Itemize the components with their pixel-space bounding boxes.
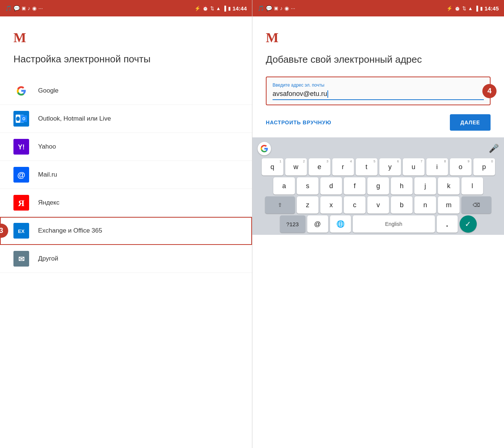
keyboard-top-bar: 🎤 bbox=[254, 140, 503, 158]
text-cursor bbox=[327, 90, 328, 98]
left-gmail-logo: M bbox=[13, 30, 239, 46]
r-music-icon: 🎵 bbox=[258, 5, 264, 11]
key-enter[interactable]: ✓ bbox=[460, 215, 477, 233]
manual-setup-button[interactable]: НАСТРОИТЬ ВРУЧНУЮ bbox=[266, 119, 331, 125]
right-time: 14:45 bbox=[485, 5, 499, 12]
r-signal-icon: ▐ bbox=[475, 6, 478, 11]
left-panel-content: M Настройка электронной почты Google bbox=[0, 16, 252, 448]
key-s[interactable]: s bbox=[297, 177, 318, 195]
email-input-value[interactable]: avsafonov@etu.ru bbox=[273, 90, 484, 100]
more-icon: ··· bbox=[38, 5, 43, 11]
key-l[interactable]: l bbox=[461, 177, 483, 195]
exchange-account-name: Exchange и Office 365 bbox=[38, 227, 102, 234]
google-account-name: Google bbox=[38, 87, 59, 94]
mic-icon[interactable]: 🎤 bbox=[489, 144, 499, 153]
key-u[interactable]: 7u bbox=[403, 158, 424, 175]
key-i[interactable]: 8i bbox=[426, 158, 448, 175]
yahoo-account-item[interactable]: Y! Yahoo bbox=[0, 133, 252, 161]
r-sync-icon: ⇅ bbox=[462, 6, 466, 11]
left-status-icons: 🎵 💬 ▣ ♪ ◉ ··· bbox=[5, 5, 43, 11]
right-phone-panel: 🎵 💬 ▣ ♪ ◉ ··· ⚡ ⏰ ⇅ ▲ ▐ ▮ 14:45 M Добавь… bbox=[252, 0, 504, 448]
r-alarm-icon: ⏰ bbox=[454, 6, 460, 11]
right-status-icons: 🎵 💬 ▣ ♪ ◉ ··· bbox=[258, 5, 295, 11]
gboard-logo bbox=[258, 142, 271, 155]
key-v[interactable]: v bbox=[367, 196, 389, 214]
r-chat-icon: 💬 bbox=[266, 5, 272, 11]
key-c[interactable]: c bbox=[344, 196, 365, 214]
next-button[interactable]: ДАЛЕЕ bbox=[450, 114, 491, 131]
key-z[interactable]: z bbox=[297, 196, 318, 214]
key-e[interactable]: 3e bbox=[309, 158, 330, 175]
left-status-bar: 🎵 💬 ▣ ♪ ◉ ··· ⚡ ⏰ ⇅ ▲ ▐ ▮ 14:44 bbox=[0, 0, 252, 16]
r-chrome-icon: ◉ bbox=[284, 5, 289, 11]
key-globe[interactable]: 🌐 bbox=[330, 215, 351, 233]
google-icon bbox=[13, 83, 29, 99]
r-wifi-icon: ▲ bbox=[468, 6, 473, 11]
key-k[interactable]: k bbox=[438, 177, 460, 195]
key-t[interactable]: 5t bbox=[356, 158, 377, 175]
step-4-badge: 4 bbox=[482, 84, 497, 98]
key-o[interactable]: 9o bbox=[450, 158, 472, 175]
account-list: Google O Outlook, Hotmail или Live bbox=[0, 77, 252, 448]
r-battery-icon: ▮ bbox=[480, 6, 483, 11]
right-panel-content: M Добавьте свой электронный адрес Введит… bbox=[252, 16, 504, 448]
key-p[interactable]: 0p bbox=[473, 158, 495, 175]
right-screen-title: Добавьте свой электронный адрес bbox=[266, 53, 491, 66]
outlook-account-item[interactable]: O Outlook, Hotmail или Live bbox=[0, 105, 252, 133]
right-status-right-icons: ⚡ ⏰ ⇅ ▲ ▐ ▮ 14:45 bbox=[447, 5, 499, 12]
key-space[interactable]: English bbox=[353, 215, 435, 233]
google-account-item[interactable]: Google bbox=[0, 77, 252, 105]
bluetooth-icon: ⚡ bbox=[195, 6, 200, 11]
exchange-account-item[interactable]: 3 EX Exchange и Office 365 bbox=[0, 217, 252, 245]
key-sym[interactable]: ?123 bbox=[280, 215, 305, 233]
key-f[interactable]: f bbox=[344, 177, 365, 195]
right-gmail-logo: M bbox=[266, 30, 491, 46]
key-d[interactable]: d bbox=[320, 177, 342, 195]
key-a[interactable]: a bbox=[273, 177, 295, 195]
key-y[interactable]: 6y bbox=[379, 158, 401, 175]
music-icon: 🎵 bbox=[5, 5, 12, 11]
key-shift[interactable]: ⇧ bbox=[265, 196, 295, 214]
key-b[interactable]: b bbox=[391, 196, 413, 214]
step-3-badge: 3 bbox=[0, 224, 8, 238]
mailru-account-item[interactable]: @ Mail.ru bbox=[0, 161, 252, 189]
svg-text:Я: Я bbox=[18, 198, 24, 208]
battery-icon: ▮ bbox=[228, 6, 231, 11]
right-status-bar: 🎵 💬 ▣ ♪ ◉ ··· ⚡ ⏰ ⇅ ▲ ▐ ▮ 14:45 bbox=[252, 0, 504, 16]
left-time: 14:44 bbox=[233, 5, 247, 12]
key-j[interactable]: j bbox=[414, 177, 436, 195]
key-h[interactable]: h bbox=[391, 177, 413, 195]
yandex-account-name: Яндекс bbox=[38, 199, 59, 206]
outlook-icon: O bbox=[13, 111, 29, 127]
outlook-account-name: Outlook, Hotmail или Live bbox=[38, 115, 111, 122]
email-input-box[interactable]: Введите адрес эл. почты avsafonov@etu.ru bbox=[266, 77, 491, 105]
key-w[interactable]: 2w bbox=[285, 158, 307, 175]
alarm-icon: ⏰ bbox=[202, 6, 208, 11]
mailru-icon: @ bbox=[13, 167, 29, 183]
key-n[interactable]: n bbox=[414, 196, 436, 214]
signal-icon: ▐ bbox=[223, 6, 226, 11]
yandex-icon: Я bbox=[13, 195, 29, 211]
key-g[interactable]: g bbox=[367, 177, 389, 195]
left-phone-panel: 🎵 💬 ▣ ♪ ◉ ··· ⚡ ⏰ ⇅ ▲ ▐ ▮ 14:44 M Настро… bbox=[0, 0, 252, 448]
key-backspace[interactable]: ⌫ bbox=[461, 196, 491, 214]
vpn-icon: ▣ bbox=[22, 6, 26, 11]
key-q[interactable]: 1q bbox=[262, 158, 283, 175]
music2-icon: ♪ bbox=[28, 5, 30, 11]
r-bluetooth-icon: ⚡ bbox=[447, 6, 452, 11]
svg-text:Y!: Y! bbox=[18, 143, 25, 151]
yandex-account-item[interactable]: Я Яндекс bbox=[0, 189, 252, 217]
keyboard-row-2: a s d f g h j k l bbox=[254, 177, 503, 195]
keyboard-row-bottom: ?123 @ 🌐 English . ✓ bbox=[254, 215, 503, 233]
key-dot[interactable]: . bbox=[437, 215, 458, 233]
chrome-icon: ◉ bbox=[32, 5, 37, 11]
key-m[interactable]: m bbox=[438, 196, 460, 214]
key-at[interactable]: @ bbox=[307, 215, 328, 233]
r-more-icon: ··· bbox=[291, 5, 295, 11]
svg-text:EX: EX bbox=[18, 228, 25, 234]
key-r[interactable]: 4r bbox=[332, 158, 354, 175]
sync-icon: ⇅ bbox=[210, 6, 214, 11]
other-account-item[interactable]: ✉ Другой bbox=[0, 245, 252, 273]
key-x[interactable]: x bbox=[320, 196, 342, 214]
svg-text:✉: ✉ bbox=[18, 255, 25, 263]
